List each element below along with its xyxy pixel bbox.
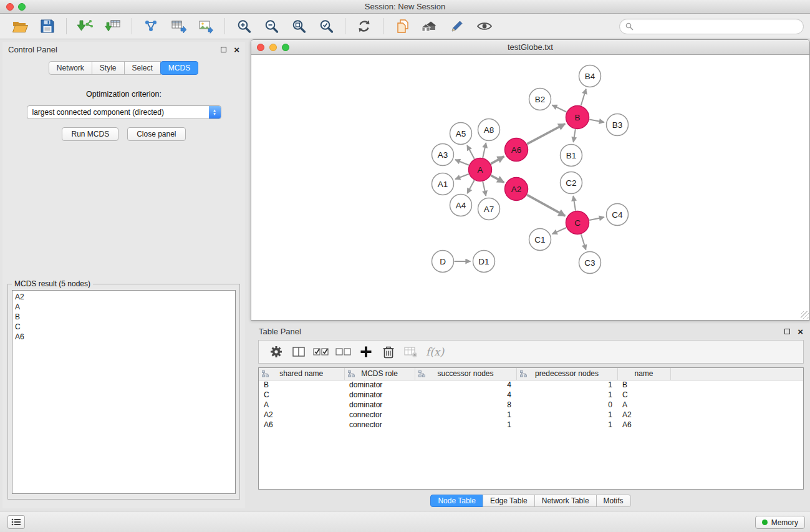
zoom-selected-button[interactable] bbox=[314, 16, 338, 37]
graph-edge-A-A3[interactable] bbox=[455, 160, 469, 165]
graph-edge-A-A5[interactable] bbox=[467, 145, 475, 159]
add-column-button[interactable] bbox=[355, 342, 377, 361]
search-field[interactable] bbox=[619, 19, 804, 34]
tab-style[interactable]: Style bbox=[92, 61, 125, 75]
column-header-name[interactable]: name bbox=[617, 368, 670, 380]
tab-mcds[interactable]: MCDS bbox=[160, 61, 198, 75]
column-tree-icon bbox=[418, 370, 425, 379]
tab-select[interactable]: Select bbox=[124, 61, 161, 75]
table-row[interactable]: A2 connector 1 1 A2 bbox=[259, 410, 803, 420]
resize-grip[interactable] bbox=[801, 311, 809, 319]
close-network-window-button[interactable] bbox=[257, 44, 264, 51]
export-table-button[interactable] bbox=[166, 16, 190, 37]
graph-edge-C-C4[interactable] bbox=[589, 217, 604, 220]
deselect-all-button[interactable] bbox=[332, 342, 355, 361]
delete-column-button[interactable] bbox=[377, 342, 400, 361]
cell-predecessor-nodes: 1 bbox=[516, 390, 617, 400]
graph-edge-A2-C[interactable] bbox=[527, 195, 565, 216]
float-panel-icon[interactable] bbox=[221, 47, 226, 52]
tab-network-table[interactable]: Network Table bbox=[534, 495, 597, 507]
column-header-mcds-role[interactable]: MCDS role bbox=[344, 368, 415, 380]
toolbar-separator bbox=[345, 18, 345, 34]
columns-icon bbox=[292, 346, 306, 358]
table-disabled-icon bbox=[403, 346, 418, 358]
zoom-fit-button[interactable] bbox=[287, 16, 311, 37]
graph-edge-A-A1[interactable] bbox=[455, 174, 469, 179]
export-image-button[interactable] bbox=[194, 16, 218, 37]
list-item[interactable]: A bbox=[15, 302, 233, 312]
zoom-out-button[interactable] bbox=[259, 16, 283, 37]
network-canvas[interactable]: B4B2BB3A5A8A6B1A3AC2A1A2A4A7C4CC1C3DD1 bbox=[251, 56, 809, 320]
graph-edge-B-B2[interactable] bbox=[552, 105, 566, 112]
graph-edge-A-A2[interactable] bbox=[491, 175, 504, 182]
zoom-window-button[interactable] bbox=[18, 3, 26, 11]
graph-edge-C-C1[interactable] bbox=[552, 228, 567, 234]
cell-successor-nodes: 1 bbox=[415, 420, 516, 430]
memory-label: Memory bbox=[771, 518, 798, 527]
run-mcds-button[interactable]: Run MCDS bbox=[62, 127, 118, 141]
tab-edge-table[interactable]: Edge Table bbox=[483, 495, 535, 507]
close-panel-button[interactable]: Close panel bbox=[127, 127, 185, 141]
graph-node-label-D1: D1 bbox=[478, 257, 489, 266]
graph-edge-C-C3[interactable] bbox=[581, 235, 586, 250]
refresh-button[interactable] bbox=[352, 16, 376, 37]
graph-edge-A-A8[interactable] bbox=[483, 143, 486, 158]
table-row[interactable]: A dominator 8 0 A bbox=[259, 400, 803, 410]
memory-button[interactable]: Memory bbox=[755, 516, 805, 529]
close-table-panel-icon[interactable]: × bbox=[798, 327, 803, 336]
manage-columns-button[interactable] bbox=[287, 342, 310, 361]
column-header-predecessor-nodes[interactable]: predecessor nodes bbox=[516, 368, 617, 380]
column-header-successor-nodes[interactable]: successor nodes bbox=[415, 368, 516, 380]
graph-edge-C-C2[interactable] bbox=[573, 196, 576, 211]
apply-style-button[interactable] bbox=[445, 16, 469, 37]
column-header-shared-name[interactable]: shared name bbox=[259, 368, 344, 380]
zoom-network-window-button[interactable] bbox=[282, 44, 289, 51]
list-item[interactable]: A2 bbox=[15, 292, 233, 302]
new-network-button[interactable] bbox=[139, 16, 163, 37]
graph-edge-B-B4[interactable] bbox=[581, 89, 586, 106]
mcds-result-list[interactable]: A2 A B C A6 bbox=[12, 290, 236, 494]
graph-edge-B-B1[interactable] bbox=[574, 129, 576, 142]
list-item[interactable]: C bbox=[15, 322, 233, 332]
delete-table-button-disabled bbox=[400, 342, 422, 361]
graph-edge-A-A4[interactable] bbox=[467, 180, 474, 193]
zoom-in-button[interactable] bbox=[232, 16, 256, 37]
duplicate-network-button[interactable] bbox=[390, 16, 414, 37]
task-list-button[interactable] bbox=[7, 515, 25, 529]
graph-edge-B-B3[interactable] bbox=[589, 120, 604, 122]
tab-node-table[interactable]: Node Table bbox=[430, 495, 483, 507]
optimization-dropdown[interactable]: largest connected component (directed) ▲… bbox=[27, 105, 221, 119]
close-panel-icon[interactable]: × bbox=[234, 45, 239, 54]
graph-edge-A-A6[interactable] bbox=[491, 157, 504, 164]
table-row[interactable]: A6 connector 1 1 A6 bbox=[259, 420, 803, 430]
select-all-icon bbox=[313, 346, 329, 357]
table-row[interactable]: B dominator 4 1 B bbox=[259, 380, 803, 390]
minimize-network-window-button[interactable] bbox=[269, 44, 277, 51]
open-session-button[interactable] bbox=[8, 16, 32, 37]
import-network-button[interactable] bbox=[74, 16, 97, 37]
network-graph[interactable]: B4B2BB3A5A8A6B1A3AC2A1A2A4A7C4CC1C3DD1 bbox=[251, 56, 809, 320]
cell-successor-nodes: 1 bbox=[415, 410, 516, 420]
list-item[interactable]: B bbox=[15, 312, 233, 322]
table-toolbar: f(x) bbox=[258, 340, 804, 364]
import-table-button[interactable] bbox=[101, 16, 125, 37]
show-graphics-button[interactable] bbox=[418, 16, 441, 37]
table-settings-button[interactable] bbox=[265, 342, 287, 361]
float-table-panel-icon[interactable] bbox=[784, 329, 790, 334]
tab-network[interactable]: Network bbox=[49, 61, 92, 75]
search-input[interactable] bbox=[637, 22, 803, 31]
graph-node-label-A8: A8 bbox=[484, 125, 494, 135]
function-builder-icon[interactable]: f(x) bbox=[426, 346, 444, 358]
select-all-button[interactable] bbox=[310, 342, 332, 361]
network-window-titlebar[interactable]: testGlobe.txt bbox=[251, 40, 809, 55]
graph-edge-A6-B[interactable] bbox=[527, 124, 565, 144]
save-session-button[interactable] bbox=[36, 16, 59, 37]
table-row[interactable]: C dominator 4 1 C bbox=[259, 390, 803, 400]
tab-motifs[interactable]: Motifs bbox=[596, 495, 631, 507]
cell-shared-name: A bbox=[259, 400, 344, 410]
close-window-button[interactable] bbox=[6, 3, 14, 11]
graph-edge-A-A7[interactable] bbox=[483, 181, 486, 196]
cell-predecessor-nodes: 0 bbox=[516, 400, 617, 410]
list-item[interactable]: A6 bbox=[15, 332, 233, 342]
toggle-visibility-button[interactable] bbox=[473, 16, 496, 37]
